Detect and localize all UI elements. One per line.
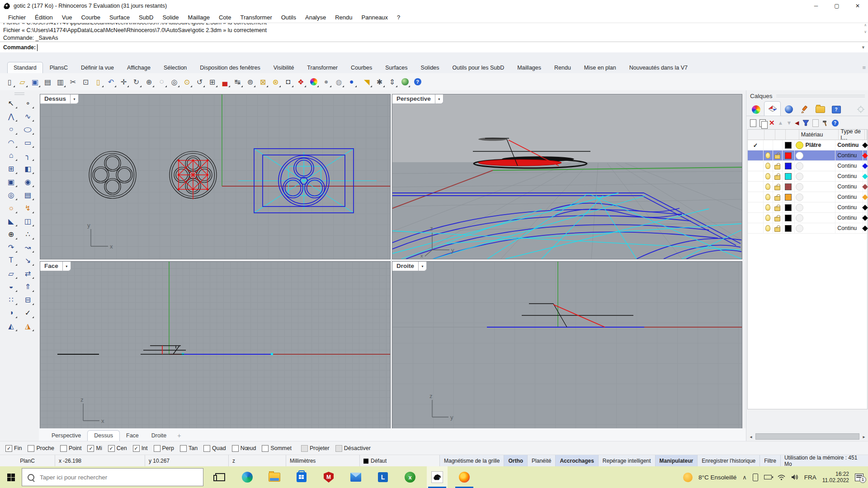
toggle-gumball[interactable]: Manipulateur — [656, 455, 698, 467]
osnap-circle-icon[interactable]: ⊚ — [244, 76, 256, 88]
layer-material-icon[interactable] — [796, 193, 803, 201]
weather-text[interactable]: 8°C Ensoleillé — [698, 474, 736, 481]
box-tool-icon[interactable]: ▣ — [4, 175, 18, 188]
start-button[interactable] — [0, 466, 22, 488]
toggle-filter[interactable]: Filtre — [760, 455, 781, 467]
xbox-button[interactable]: x — [400, 466, 420, 488]
zoom-dynamic-icon[interactable]: ⊕ — [143, 76, 155, 88]
array-tool-icon[interactable]: ∷ — [4, 293, 18, 306]
copy-icon[interactable]: ⊡ — [80, 76, 92, 88]
command-dropdown-icon[interactable]: ▼ — [859, 45, 868, 50]
surface-patch-tool-icon[interactable]: ◧ — [21, 162, 35, 175]
layer-row[interactable]: Continu — [748, 223, 867, 234]
render-tab-icon[interactable] — [781, 103, 797, 116]
xray-sphere-icon[interactable]: ◍ — [333, 76, 345, 88]
toggle-record-history[interactable]: Enregistrer l'historique — [698, 455, 760, 467]
layer-visible-icon[interactable] — [765, 173, 770, 179]
pan-icon[interactable]: ✛ — [118, 76, 130, 88]
viewport-droite[interactable]: z y Droite ▾ — [392, 261, 742, 429]
dimension-icon[interactable]: ⇕ — [386, 76, 398, 88]
layer-material-icon[interactable] — [796, 152, 803, 160]
current-layer[interactable]: Défaut — [360, 455, 440, 467]
flag-icon[interactable]: ◥ — [361, 76, 373, 88]
layer-lock-icon[interactable] — [774, 196, 780, 201]
tab-outils-subd[interactable]: Outils pour les SubD — [446, 62, 511, 73]
boolean-tool-icon[interactable]: ⊕ — [4, 228, 18, 240]
lock-icon[interactable]: ◘ — [282, 76, 294, 88]
minimize-button[interactable]: ─ — [806, 0, 826, 12]
menu-cote[interactable]: Cote — [214, 13, 236, 22]
layer-color-swatch[interactable] — [785, 152, 792, 159]
layer-lock-icon[interactable] — [774, 206, 780, 211]
vptab-face[interactable]: Face — [120, 431, 145, 441]
menu-maillage[interactable]: Maillage — [184, 13, 214, 22]
layer-material-icon[interactable] — [796, 173, 803, 180]
layer-print-color[interactable] — [862, 194, 868, 200]
col-linetype[interactable]: Type de l… — [839, 130, 865, 140]
layer-linetype[interactable]: Continu — [835, 202, 863, 212]
toggle-smart-track[interactable]: Repérage intelligent — [599, 455, 656, 467]
toolbar-options-icon[interactable]: ≡ — [862, 64, 866, 71]
help-icon[interactable]: ? — [411, 76, 424, 88]
tab-rendu[interactable]: Rendu — [548, 62, 577, 73]
viewport-title-perspective[interactable]: Perspective — [392, 94, 435, 104]
maximize-button[interactable]: ▢ — [826, 0, 847, 12]
layer-row[interactable]: Continu — [748, 202, 867, 213]
viewport-layout-icon[interactable]: ⊞ — [206, 76, 218, 88]
layer-linetype[interactable]: Continu — [835, 223, 863, 233]
color-wheel-icon[interactable] — [307, 76, 320, 88]
toggle-accrochages[interactable]: Accrochages — [556, 455, 598, 467]
new-layer-icon[interactable] — [750, 119, 756, 127]
new-file-icon[interactable]: ▯ — [4, 76, 16, 88]
osnap-quad[interactable]: Quad — [203, 445, 226, 452]
osnap-fin[interactable]: ✓Fin — [5, 445, 22, 452]
menu-outils[interactable]: Outils — [277, 13, 301, 22]
layer-row[interactable]: Continu — [748, 213, 867, 223]
settings-tab-icon[interactable] — [853, 103, 868, 116]
layers-help-icon[interactable]: ? — [832, 120, 839, 127]
points-set-tool-icon[interactable]: ∴ — [21, 228, 35, 240]
layer-linetype[interactable]: Continu — [835, 171, 863, 181]
tab-courbes[interactable]: Courbes — [344, 62, 378, 73]
menu-help[interactable]: ? — [392, 13, 405, 22]
layer-visible-icon[interactable] — [765, 215, 770, 221]
col-color[interactable] — [786, 130, 799, 140]
files-tab-icon[interactable] — [812, 103, 828, 116]
viewport-dessus[interactable]: y x Dessus ▾ — [40, 94, 391, 259]
taskbar-search[interactable] — [22, 468, 203, 486]
osnap-desactiver[interactable]: Désactiver — [335, 445, 371, 452]
layer-color-swatch[interactable] — [785, 163, 792, 169]
layer-row[interactable]: Continu — [748, 150, 867, 161]
clock[interactable]: 16:2211.02.2022 — [822, 471, 849, 483]
check-tool-icon[interactable]: ✓ — [21, 306, 35, 319]
zoom-window-icon[interactable]: ◌ — [156, 76, 168, 88]
osnap-perp[interactable]: Perp — [154, 445, 174, 452]
layer-linetype[interactable]: Continu — [835, 140, 863, 150]
layer-row[interactable]: Continu — [748, 171, 867, 182]
layer-color-swatch[interactable] — [785, 215, 792, 221]
layer-material-icon[interactable] — [796, 162, 803, 170]
layer-visible-icon[interactable] — [765, 163, 770, 169]
layer-tools-icon[interactable] — [812, 119, 819, 127]
history-scroll-down-icon[interactable]: ∨ — [864, 30, 867, 34]
osnap-cen[interactable]: ✓Cen — [108, 445, 127, 452]
scale-tool-icon[interactable]: ↘ — [21, 254, 35, 267]
col-current[interactable] — [748, 130, 764, 140]
layer-visible-icon[interactable] — [765, 152, 770, 159]
col-print[interactable] — [865, 130, 867, 140]
layer-linetype[interactable]: Continu — [835, 150, 863, 160]
osnap-mi[interactable]: ✓Mi — [87, 445, 102, 452]
tab-standard[interactable]: Standard — [7, 62, 43, 73]
array-linear-tool-icon[interactable]: ⊟ — [21, 293, 35, 306]
layer-print-color[interactable] — [862, 174, 868, 179]
annotate-tab-icon[interactable] — [797, 103, 812, 116]
delete-layer-icon[interactable]: ✕ — [769, 119, 775, 127]
ellipse-tool-icon[interactable]: ◯ — [21, 123, 35, 136]
grab-tool-icon[interactable]: ◮ — [21, 319, 35, 332]
viewport-menu-icon[interactable]: ▾ — [435, 94, 443, 104]
point-tool-icon[interactable]: ∘ — [21, 97, 35, 109]
rotate-view-icon[interactable]: ↻ — [130, 76, 142, 88]
arc-tool-icon[interactable]: ◠ — [4, 136, 18, 149]
viewport-title-droite[interactable]: Droite — [392, 262, 419, 271]
layer-lock-icon[interactable] — [774, 165, 780, 169]
